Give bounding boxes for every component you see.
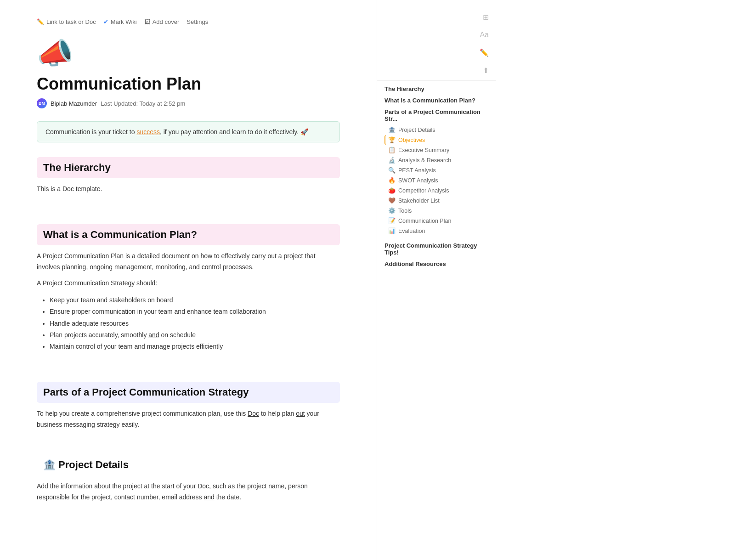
toc-icon-stakeholder-list: 🤎 — [388, 197, 396, 204]
right-sidebar: ⊞ Aa ✏️ ⬆ The Hierarchy What is a Commun… — [377, 0, 496, 560]
toc-label-stakeholder-list: Stakeholder List — [398, 198, 440, 204]
toc-strategy-tips[interactable]: Project Communication Strategy Tips! — [384, 242, 489, 256]
share-icon[interactable]: ⬆ — [483, 66, 489, 75]
toc-item-evaluation[interactable]: 📊 Evaluation — [384, 226, 489, 236]
and-link[interactable]: and — [148, 331, 159, 339]
toc-icon-executive-summary: 📋 — [388, 147, 396, 153]
toc-item-executive-summary[interactable]: 📋 Executive Summary — [384, 145, 489, 155]
font-settings-icon[interactable]: Aa — [480, 31, 489, 39]
doc-meta: BM Biplab Mazumder Last Updated: Today a… — [37, 98, 340, 108]
bullet-item: Plan projects accurately, smoothly and o… — [50, 329, 340, 341]
author-avatar: BM — [37, 98, 47, 108]
layout-toggle-icon[interactable]: ⊞ — [483, 13, 489, 22]
toc-item-tools[interactable]: ⚙️ Tools — [384, 206, 489, 215]
toc-icon-evaluation: 📊 — [388, 227, 396, 234]
toc-icon-objectives: 🏆 — [388, 136, 396, 143]
toc-the-hierarchy[interactable]: The Hierarchy — [384, 85, 489, 92]
toc-parts-of-project[interactable]: Parts of a Project Communication Str... — [384, 108, 489, 122]
check-icon: ✔ — [103, 18, 108, 25]
section-project-details: 🏦 Project Details — [37, 454, 340, 475]
toolbar: ✏️ Link to task or Doc ✔ Mark Wiki 🖼 Add… — [37, 18, 340, 25]
toc-label-competitor-analysis: Competitor Analysis — [398, 187, 449, 194]
bullet-item: Maintain control of your team and manage… — [50, 341, 340, 352]
toc-item-project-details[interactable]: 🏦 Project Details — [384, 125, 489, 135]
toc-label-tools: Tools — [398, 208, 412, 214]
toc-item-swot-analysis[interactable]: 🔥 SWOT Analysis — [384, 175, 489, 185]
toc-icon-analysis-research: 🔬 — [388, 157, 396, 164]
main-content: ✏️ Link to task or Doc ✔ Mark Wiki 🖼 Add… — [0, 0, 377, 560]
comm-plan-body1: A Project Communication Plan is a detail… — [37, 251, 340, 273]
quote-block: Communication is your ticket to success,… — [37, 121, 340, 142]
toc-icon-pest-analysis: 🔍 — [388, 167, 396, 174]
last-updated: Last Updated: Today at 2:52 pm — [101, 100, 185, 107]
toc-what-is-comm-plan[interactable]: What is a Communication Plan? — [384, 97, 489, 104]
mark-wiki-button[interactable]: ✔ Mark Wiki — [103, 18, 137, 25]
edit-icon[interactable]: ✏️ — [480, 48, 489, 57]
quote-text: Communication is your ticket to success,… — [45, 128, 308, 136]
toc-label-evaluation: Evaluation — [398, 228, 425, 234]
toc-label-executive-summary: Executive Summary — [398, 147, 449, 153]
settings-button[interactable]: Settings — [187, 18, 208, 25]
section-parts-of-project: Parts of a Project Communication Strateg… — [37, 382, 340, 403]
image-icon: 🖼 — [144, 18, 150, 25]
parts-body: To help you create a comprehensive proje… — [37, 408, 340, 430]
doc-title: Communication Plan — [37, 74, 340, 94]
toc-icon-communication-plan: 📝 — [388, 217, 396, 224]
toc-item-objectives[interactable]: 🏆 Objectives — [384, 135, 489, 145]
project-details-body: Add the information about the project at… — [37, 481, 340, 503]
section-what-is-comm-plan: What is a Communication Plan? — [37, 224, 340, 245]
add-cover-button[interactable]: 🖼 Add cover — [144, 18, 180, 25]
toc-additional-resources[interactable]: Additional Resources — [384, 260, 489, 267]
comm-plan-body2: A Project Communication Strategy should: — [37, 278, 340, 289]
comm-plan-bullets: Keep your team and stakeholders on board… — [50, 294, 340, 352]
bullet-item: Ensure proper communication in your team… — [50, 306, 340, 317]
doc-icon: 📣 — [37, 36, 340, 71]
toc-item-stakeholder-list[interactable]: 🤎 Stakeholder List — [384, 196, 489, 205]
toc-icon-competitor-analysis: 🍅 — [388, 187, 396, 194]
person-link[interactable]: person — [288, 482, 308, 490]
toc-label-objectives: Objectives — [398, 137, 425, 143]
bullet-item: Keep your team and stakeholders on board — [50, 294, 340, 306]
link-task-button[interactable]: ✏️ Link to task or Doc — [37, 18, 96, 25]
toc-label-analysis-research: Analysis & Research — [398, 157, 451, 164]
toc-item-communication-plan[interactable]: 📝 Communication Plan — [384, 216, 489, 226]
toc-label-project-details: Project Details — [398, 127, 435, 133]
out-link[interactable]: out — [296, 410, 305, 417]
toc-item-pest-analysis[interactable]: 🔍 PEST Analysis — [384, 165, 489, 175]
section-the-hierarchy: The Hierarchy — [37, 157, 340, 178]
and-link2[interactable]: and — [204, 493, 214, 501]
the-hierarchy-body: This is a Doc template. — [37, 184, 340, 195]
author-name: Biplab Mazumder — [51, 100, 97, 107]
toc-container: The Hierarchy What is a Communication Pl… — [377, 85, 496, 267]
toc-icon-tools: ⚙️ — [388, 207, 396, 214]
success-link[interactable]: success — [136, 128, 160, 136]
bullet-item: Handle adequate resources — [50, 318, 340, 329]
toc-label-pest-analysis: PEST Analysis — [398, 167, 436, 174]
doc-link[interactable]: Doc — [248, 410, 259, 417]
toc-item-competitor-analysis[interactable]: 🍅 Competitor Analysis — [384, 186, 489, 195]
toc-item-analysis-research[interactable]: 🔬 Analysis & Research — [384, 155, 489, 165]
toc-label-swot-analysis: SWOT Analysis — [398, 177, 438, 184]
toc-label-communication-plan: Communication Plan — [398, 218, 451, 224]
toc-icon-project-details: 🏦 — [388, 126, 396, 133]
link-icon: ✏️ — [37, 18, 44, 25]
toc-icon-swot-analysis: 🔥 — [388, 177, 396, 184]
